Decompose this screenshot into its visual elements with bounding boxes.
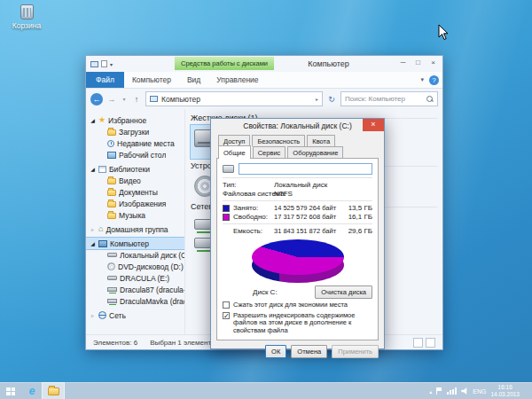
pictures-icon (107, 201, 116, 207)
action-center-icon[interactable] (436, 387, 442, 395)
contextual-tab-header[interactable]: Средства работы с дисками (175, 57, 274, 70)
sidebar-item-music[interactable]: Музыка (86, 209, 184, 221)
cancel-button[interactable]: Отмена (291, 345, 327, 358)
sidebar-item-draculamavka[interactable]: DraculaMavka (drac (86, 295, 184, 307)
documents-icon (107, 190, 116, 196)
recycle-bin-icon (20, 4, 34, 20)
sidebar-item-computer[interactable]: ◢Компьютер (86, 238, 184, 249)
dialog-close-button[interactable]: × (363, 119, 384, 131)
apply-button[interactable]: Применить (332, 345, 379, 358)
forward-button[interactable]: → (106, 93, 118, 106)
index-checkbox-row[interactable]: ✓ Разрешить индексировать содержимое фай… (223, 312, 372, 335)
capacity-label: Емкость: (233, 227, 274, 235)
tab-quota[interactable]: Квота (307, 135, 335, 146)
drive-icon (223, 165, 234, 173)
network-icon (98, 311, 106, 319)
view-details-button[interactable] (413, 338, 423, 348)
recent-locations-chevron-icon[interactable]: ▾ (121, 93, 128, 106)
volume-label-input[interactable] (239, 163, 372, 175)
compress-checkbox[interactable] (223, 301, 230, 309)
expander-icon[interactable]: ◢ (90, 240, 96, 246)
tab-tools[interactable]: Сервис (253, 146, 286, 159)
qat-customize-chevron-icon[interactable]: ▾ (110, 61, 113, 67)
view-thumbnails-button[interactable] (426, 338, 435, 348)
taskbar-explorer-button[interactable] (43, 383, 64, 399)
sidebar-item-homegroup[interactable]: ▹⌂Домашняя группа (86, 223, 184, 235)
taskbar-ie-button[interactable]: e (21, 383, 43, 399)
expander-icon[interactable]: ◢ (90, 166, 96, 172)
clock-date: 14.03.2013 (490, 391, 520, 397)
language-indicator[interactable]: ENG (473, 388, 486, 395)
expander-icon[interactable]: ◢ (90, 117, 96, 123)
dvd-icon (107, 262, 115, 270)
sidebar-item-libraries[interactable]: ◢Библиотеки (86, 163, 184, 175)
compress-checkbox-row[interactable]: Сжать этот диск для экономии места (223, 301, 372, 309)
disk-usage-pie-chart (251, 239, 345, 284)
type-value: Локальный диск (274, 181, 327, 189)
help-icon[interactable]: ? (429, 75, 439, 85)
tray-expand-button[interactable]: ▴ (429, 388, 432, 395)
sidebar-item-downloads[interactable]: Загрузки (86, 126, 184, 137)
sidebar-item-desktop[interactable]: Рабочий стол (86, 149, 184, 160)
search-icon (426, 96, 434, 103)
sidebar-item-video[interactable]: Видео (86, 175, 184, 186)
maximize-button[interactable]: □ (411, 56, 426, 70)
expander-icon[interactable]: ▹ (90, 226, 96, 232)
tab-general[interactable]: Общие (218, 145, 251, 159)
quick-access-toolbar: ▾ (86, 60, 113, 67)
hard-drive-icon (107, 253, 117, 257)
network-status-icon[interactable] (447, 387, 457, 395)
music-icon (107, 213, 116, 219)
tab-manage[interactable]: Управление (208, 72, 266, 88)
recycle-bin-label: Корзина (5, 21, 48, 30)
video-icon (107, 178, 116, 184)
filesystem-value: NTFS (274, 190, 293, 198)
recent-places-icon (107, 140, 114, 147)
volume-icon[interactable] (461, 387, 468, 395)
expander-icon[interactable]: ▹ (90, 312, 96, 318)
sidebar-item-network[interactable]: ▹Сеть (86, 309, 184, 321)
breadcrumb[interactable]: Компьютер ▸ (145, 91, 323, 106)
computer-icon (98, 240, 107, 247)
search-input[interactable]: Поиск: Компьютер (340, 91, 438, 106)
tab-security[interactable]: Безопасность (252, 135, 305, 146)
ribbon-expand-icon[interactable]: ▾ (420, 76, 424, 83)
disk-cleanup-button[interactable]: Очистка диска (315, 286, 372, 299)
tab-file[interactable]: Файл (86, 72, 124, 88)
sidebar-item-recent[interactable]: Недавние места (86, 137, 184, 149)
sidebar-item-dvd-drive[interactable]: DVD-дисковод (D:) (86, 261, 184, 272)
sidebar-item-local-disk-c[interactable]: Локальный диск (C:) (86, 249, 184, 261)
ok-button[interactable]: ОК (265, 345, 286, 358)
network-drive-icon (107, 299, 117, 303)
properties-dialog: Свойства: Локальный диск (C:) × Доступ Б… (210, 118, 385, 349)
tab-view[interactable]: Вид (179, 72, 208, 88)
back-button[interactable]: ← (90, 93, 103, 106)
type-label: Тип: (223, 181, 274, 189)
taskbar: e ▴ ENG 16:16 14.03.2013 (0, 382, 532, 399)
start-button[interactable] (0, 383, 21, 399)
status-items-count: Элементов: 6 (93, 339, 137, 347)
sidebar-item-documents[interactable]: Документы (86, 186, 184, 198)
index-checkbox[interactable]: ✓ (223, 312, 230, 319)
close-button[interactable]: × (426, 56, 441, 70)
minimize-button[interactable]: ─ (395, 56, 411, 70)
dialog-titlebar[interactable]: Свойства: Локальный диск (C:) × (211, 119, 384, 133)
used-swatch (223, 205, 230, 212)
drive-icon (107, 276, 117, 280)
taskbar-clock[interactable]: 16:16 14.03.2013 (490, 384, 520, 398)
sidebar-item-pictures[interactable]: Изображения (86, 198, 184, 209)
recycle-bin[interactable]: Корзина (5, 4, 48, 30)
tab-hardware[interactable]: Оборудование (287, 146, 343, 159)
window-computer-icon (90, 61, 98, 67)
sidebar-item-dracula87[interactable]: Dracula87 (dracula-pc) (86, 284, 184, 295)
breadcrumb-path[interactable]: Компьютер (161, 95, 200, 104)
sidebar-item-favorites[interactable]: ◢★Избранное (86, 114, 184, 126)
qat-properties-icon[interactable] (101, 60, 107, 67)
breadcrumb-chevron-icon[interactable]: ▸ (316, 96, 318, 102)
tab-computer[interactable]: Компьютер (124, 72, 179, 88)
refresh-button[interactable]: ↻ (325, 95, 338, 104)
sidebar-item-dracula-e[interactable]: DRACULA (E:) (86, 272, 184, 284)
titlebar[interactable]: ▾ Средства работы с дисками Компьютер ─ … (86, 56, 442, 72)
libraries-icon (98, 166, 106, 173)
up-button[interactable]: ↑ (130, 93, 143, 106)
